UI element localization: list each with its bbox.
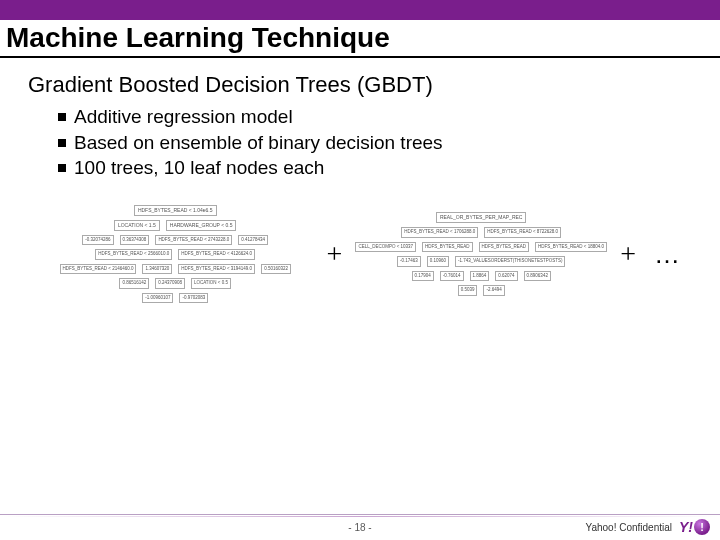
diagram-area: HDFS_BYTES_READ < 1.04e6.5 LOCATION < 1.…: [28, 181, 692, 304]
tree-node: -0.17463: [397, 256, 421, 267]
bullet-list: Additive regression model Based on ensem…: [28, 104, 692, 181]
confidential-label: Yahoo! Confidential: [585, 522, 672, 533]
tree-node: -0.32074286: [82, 235, 113, 246]
plus-icon: +: [614, 238, 642, 270]
yahoo-logo: Y! !: [679, 519, 710, 535]
bullet-item: Additive regression model: [58, 104, 692, 130]
tree-node: 0.8906342: [524, 271, 551, 282]
tree-node: 0.62074: [495, 271, 517, 282]
tree-node: 0.24370908: [155, 278, 185, 289]
subtitle: Gradient Boosted Decision Trees (GBDT): [28, 72, 692, 98]
title-inner: Machine Learning Technique: [0, 20, 720, 58]
tree-node: HDFS_BYTES_READ < 18804.0: [535, 242, 607, 253]
decision-tree-1: HDFS_BYTES_READ < 1.04e6.5 LOCATION < 1.…: [38, 205, 312, 304]
content-area: Gradient Boosted Decision Trees (GBDT) A…: [0, 58, 720, 303]
bullet-item: Based on ensemble of binary decision tre…: [58, 130, 692, 156]
tree-node: 0.36374308: [120, 235, 150, 246]
decision-tree-2: REAL_OR_BYTES_PER_MAP_REC HDFS_BYTES_REA…: [356, 212, 606, 296]
bullet-icon: [58, 164, 66, 172]
bullet-icon: [58, 139, 66, 147]
title-bar: Machine Learning Technique: [0, 0, 720, 58]
plus-icon: +: [320, 238, 348, 270]
bullet-item: 100 trees, 10 leaf nodes each: [58, 155, 692, 181]
tree-node: HDFS_BYTES_READ < 4126624.0: [178, 249, 255, 260]
tree-node: -0.9702083: [179, 293, 208, 304]
footer: - 18 - Yahoo! Confidential Y! !: [0, 514, 720, 540]
tree-node: HARDWARE_GROUP < 0.5: [166, 220, 237, 231]
tree-node: -2.6494: [483, 285, 504, 296]
bullet-text: Additive regression model: [74, 104, 293, 130]
tree-node: -0.76014: [440, 271, 464, 282]
tree-node: HDFS_BYTES_READ: [422, 242, 473, 253]
tree-node: 0.86516142: [119, 278, 149, 289]
tree-node: HDFS_BYTES_READ < 1706288.0: [401, 227, 478, 238]
tree-node: 0.17904: [412, 271, 434, 282]
tree-node: LOCATION < 1.5: [114, 220, 160, 231]
yahoo-logo-y: Y!: [679, 519, 693, 535]
tree-node: 0.10960: [427, 256, 449, 267]
yahoo-logo-bang-icon: !: [694, 519, 710, 535]
tree-node: HDFS_BYTES_READ < 3194149.0: [178, 264, 255, 275]
tree-node: CELL_DECOMPO < 10337: [355, 242, 416, 253]
tree-node: HDFS_BYTES_READ < 2743228.0: [155, 235, 232, 246]
bullet-text: 100 trees, 10 leaf nodes each: [74, 155, 324, 181]
page-number: - 18 -: [348, 522, 371, 533]
tree-node: REAL_OR_BYTES_PER_MAP_REC: [436, 212, 527, 223]
tree-node: HDFS_BYTES_READ < 2146460.0: [60, 264, 137, 275]
tree-node: HDFS_BYTES_READ < 2566010.0: [95, 249, 172, 260]
tree-node: 0.50160322: [261, 264, 291, 275]
tree-node: 1.34607320: [142, 264, 172, 275]
bullet-icon: [58, 113, 66, 121]
tree-node: 1.8864: [470, 271, 490, 282]
ellipsis-icon: …: [650, 239, 682, 270]
bullet-text: Based on ensemble of binary decision tre…: [74, 130, 443, 156]
slide-title: Machine Learning Technique: [6, 22, 390, 54]
tree-node: HDFS_BYTES_READ < 1.04e6.5: [134, 205, 217, 216]
tree-node: LOCATION < 0.5: [191, 278, 231, 289]
tree-node: HDFS_BYTES_READ: [479, 242, 530, 253]
tree-node: HDFS_BYTES_READ < 8722628.0: [484, 227, 561, 238]
tree-node: -1.00960107: [142, 293, 173, 304]
tree-node: -1.743_VALUESORDERST(THISONETESTPOSTS): [455, 256, 565, 267]
tree-node: 0.41278434: [238, 235, 268, 246]
tree-node: 0.5039: [458, 285, 478, 296]
